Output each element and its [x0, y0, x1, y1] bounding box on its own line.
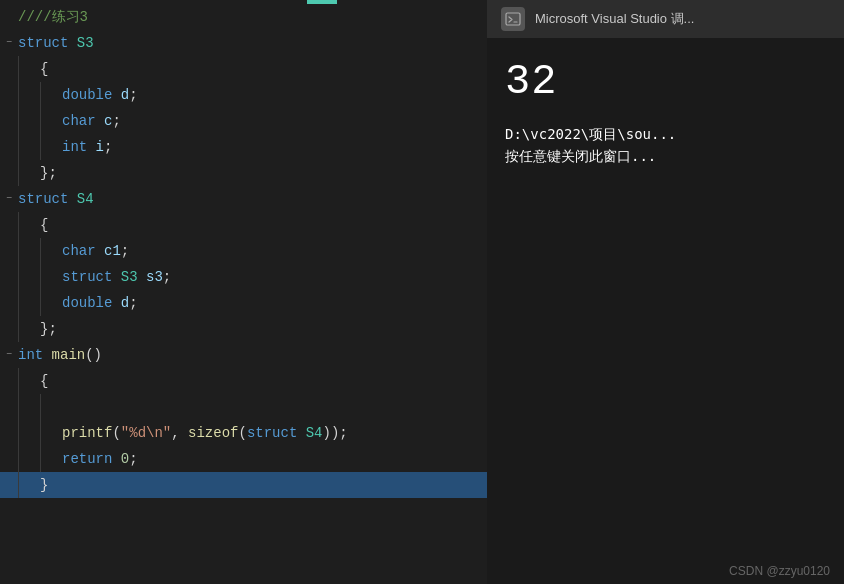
code-line-comment: ////练习3: [0, 4, 487, 30]
code-line-double-d2: double d;: [0, 290, 487, 316]
code-line-main-func: − int main(): [0, 342, 487, 368]
code-area: ////练习3 − struct S3 { double d; char c;: [0, 4, 487, 498]
indent-guide: [40, 420, 62, 446]
indent-guide: [40, 264, 62, 290]
code-line-close-brace-2: };: [0, 316, 487, 342]
indent-guide: [40, 134, 62, 160]
code-line-open-brace-2: {: [0, 212, 487, 238]
code-line-double-d: double d;: [0, 82, 487, 108]
indent-guide: [18, 394, 40, 420]
indent-guide: [18, 446, 40, 472]
terminal-output-message: 按任意键关闭此窗口...: [505, 148, 826, 166]
code-line-printf: printf("%d\n", sizeof(struct S4));: [0, 420, 487, 446]
code-line-int-i: int i;: [0, 134, 487, 160]
type-s3: S3: [77, 30, 94, 56]
indent-guide: [18, 82, 40, 108]
indent-guide: [18, 420, 40, 446]
code-line-struct-s3-member: struct S3 s3;: [0, 264, 487, 290]
code-line-struct-s3: − struct S3: [0, 30, 487, 56]
indent-guide: [18, 290, 40, 316]
indent-guide: [40, 238, 62, 264]
indent-guide: [18, 472, 40, 498]
terminal-output-number: 32: [505, 58, 826, 106]
watermark-text: CSDN @zzyu0120: [729, 564, 830, 578]
code-line-close-brace-1: };: [0, 160, 487, 186]
code-line-empty-2: [0, 394, 487, 420]
comment-text: ////练习3: [18, 4, 88, 30]
code-line-char-c1: char c1;: [0, 238, 487, 264]
terminal-panel: Microsoft Visual Studio 调... 32 D:\vc202…: [487, 0, 844, 584]
indent-guide: [40, 82, 62, 108]
indent-guide: [40, 394, 62, 420]
indent-guide: [40, 108, 62, 134]
code-line-open-brace-1: {: [0, 56, 487, 82]
indent-guide: [40, 446, 62, 472]
terminal-icon: [501, 7, 525, 31]
code-line-return: return 0;: [0, 446, 487, 472]
code-line-struct-s4: − struct S4: [0, 186, 487, 212]
terminal-body: 32 D:\vc2022\项目\sou... 按任意键关闭此窗口...: [487, 38, 844, 558]
indent-guide: [18, 212, 40, 238]
indent-guide: [18, 316, 40, 342]
code-line-main-open: {: [0, 368, 487, 394]
terminal-header: Microsoft Visual Studio 调...: [487, 0, 844, 38]
indent-guide: [18, 108, 40, 134]
code-line-main-close: }: [0, 472, 487, 498]
terminal-output-path: D:\vc2022\项目\sou...: [505, 126, 826, 144]
indent-guide: [18, 264, 40, 290]
terminal-icon-svg: [505, 11, 521, 27]
code-editor: ////练习3 − struct S3 { double d; char c;: [0, 0, 487, 584]
terminal-footer: CSDN @zzyu0120: [487, 558, 844, 584]
indent-guide: [18, 238, 40, 264]
svg-rect-0: [506, 13, 520, 25]
terminal-title: Microsoft Visual Studio 调...: [535, 10, 694, 28]
indent-guide: [18, 368, 40, 394]
indent-guide: [40, 290, 62, 316]
indent-guide: [18, 56, 40, 82]
code-line-char-c: char c;: [0, 108, 487, 134]
indent-guide: [18, 160, 40, 186]
indent-guide: [18, 134, 40, 160]
keyword-struct: struct: [18, 30, 77, 56]
